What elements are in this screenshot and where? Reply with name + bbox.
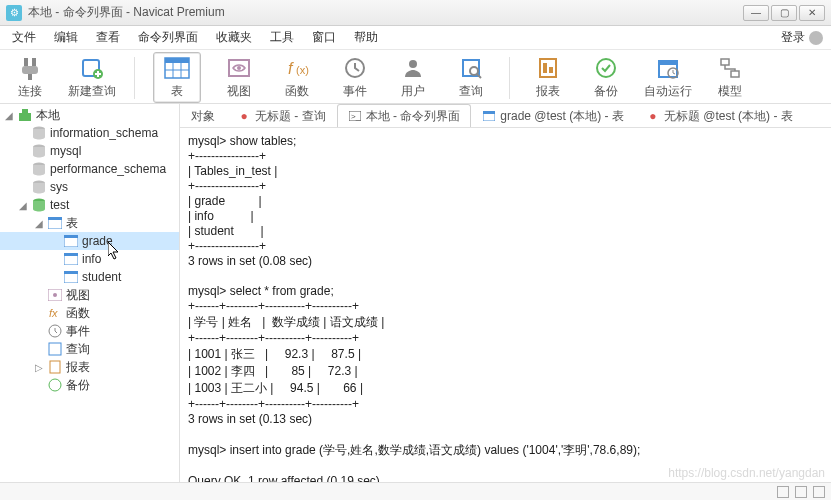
svg-rect-20 xyxy=(540,59,556,77)
svg-text:>_: >_ xyxy=(351,112,361,121)
dirty-dot-icon: ● xyxy=(646,109,660,123)
svg-rect-43 xyxy=(64,271,78,274)
report-icon xyxy=(47,360,63,374)
model-icon xyxy=(717,55,743,81)
toolbar-view[interactable]: 视图 xyxy=(219,55,259,100)
backup-icon xyxy=(47,378,63,392)
close-button[interactable]: ✕ xyxy=(799,5,825,21)
tree-table-student[interactable]: student xyxy=(0,268,179,286)
svg-point-16 xyxy=(409,60,417,68)
mysql-console[interactable]: mysql> show tables; +----------------+ |… xyxy=(180,128,831,482)
tree-db[interactable]: sys xyxy=(0,178,179,196)
toolbar-new-query[interactable]: 新建查询 xyxy=(68,55,116,100)
tree-views[interactable]: 视图 xyxy=(0,286,179,304)
toolbar-event[interactable]: 事件 xyxy=(335,55,375,100)
menu-bar: 文件 编辑 查看 命令列界面 收藏夹 工具 窗口 帮助 登录 xyxy=(0,26,831,50)
svg-rect-48 xyxy=(49,343,61,355)
svg-rect-0 xyxy=(24,58,28,66)
toolbar-event-label: 事件 xyxy=(343,83,367,100)
database-icon xyxy=(31,180,47,194)
menu-file[interactable]: 文件 xyxy=(8,27,40,48)
menu-tools[interactable]: 工具 xyxy=(266,27,298,48)
tree-queries[interactable]: 查询 xyxy=(0,340,179,358)
toolbar-model[interactable]: 模型 xyxy=(710,55,750,100)
tree-events[interactable]: 事件 xyxy=(0,322,179,340)
toolbar-table[interactable]: 表 xyxy=(153,52,201,103)
connection-icon xyxy=(17,108,33,122)
tree-db[interactable]: mysql xyxy=(0,142,179,160)
toolbar-connect[interactable]: 连接 xyxy=(10,55,50,100)
clock-icon xyxy=(342,55,368,81)
menu-window[interactable]: 窗口 xyxy=(308,27,340,48)
menu-help[interactable]: 帮助 xyxy=(350,27,382,48)
svg-rect-21 xyxy=(543,63,547,73)
toolbar-model-label: 模型 xyxy=(718,83,742,100)
toolbar-query[interactable]: 查询 xyxy=(451,55,491,100)
svg-rect-2 xyxy=(22,66,38,74)
toolbar-report[interactable]: 报表 xyxy=(528,55,568,100)
tree-table-info[interactable]: info xyxy=(0,250,179,268)
query-icon xyxy=(458,55,484,81)
toolbar-connect-label: 连接 xyxy=(18,83,42,100)
query-icon xyxy=(47,342,63,356)
tree-tables-folder[interactable]: ◢表 xyxy=(0,214,179,232)
toolbar-autorun[interactable]: 自动运行 xyxy=(644,55,692,100)
tree-functions[interactable]: fx函数 xyxy=(0,304,179,322)
tab-cli[interactable]: >_本地 - 命令列界面 xyxy=(337,104,472,127)
tree-db[interactable]: performance_schema xyxy=(0,160,179,178)
main-area: 对象 ●无标题 - 查询 >_本地 - 命令列界面 grade @test (本… xyxy=(180,104,831,482)
login-button[interactable]: 登录 xyxy=(781,29,823,46)
tree-connection[interactable]: ◢本地 xyxy=(0,106,179,124)
menu-cli[interactable]: 命令列界面 xyxy=(134,27,202,48)
toolbar-user[interactable]: 用户 xyxy=(393,55,433,100)
menu-view[interactable]: 查看 xyxy=(92,27,124,48)
svg-point-18 xyxy=(470,67,478,75)
minimize-button[interactable]: — xyxy=(743,5,769,21)
tab-objects[interactable]: 对象 xyxy=(180,104,226,127)
toolbar-query-label: 查询 xyxy=(459,83,483,100)
tree-db-open[interactable]: ◢test xyxy=(0,196,179,214)
autorun-icon xyxy=(655,55,681,81)
svg-text:fx: fx xyxy=(49,307,58,319)
table-icon xyxy=(482,109,496,123)
menu-edit[interactable]: 编辑 xyxy=(50,27,82,48)
status-pane-toggle[interactable] xyxy=(777,486,789,498)
status-pane-toggle[interactable] xyxy=(813,486,825,498)
tab-query-untitled[interactable]: ●无标题 - 查询 xyxy=(226,104,337,127)
svg-rect-27 xyxy=(721,59,729,65)
login-label: 登录 xyxy=(781,29,805,46)
tree-backups[interactable]: 备份 xyxy=(0,376,179,394)
table-icon xyxy=(63,270,79,284)
backup-icon xyxy=(593,55,619,81)
tree-table-grade[interactable]: grade xyxy=(0,232,179,250)
database-icon xyxy=(31,126,47,140)
app-icon: ⚙ xyxy=(6,5,22,21)
connection-tree[interactable]: ◢本地 information_schema mysql performance… xyxy=(0,104,180,482)
toolbar-backup[interactable]: 备份 xyxy=(586,55,626,100)
menu-favorites[interactable]: 收藏夹 xyxy=(212,27,256,48)
plug-icon xyxy=(17,55,43,81)
view-icon xyxy=(47,288,63,302)
tab-untitled-table[interactable]: ●无标题 @test (本地) - 表 xyxy=(635,104,804,127)
report-icon xyxy=(535,55,561,81)
status-bar xyxy=(0,482,831,500)
tree-reports[interactable]: ▷报表 xyxy=(0,358,179,376)
window-title: 本地 - 命令列界面 - Navicat Premium xyxy=(28,4,743,21)
maximize-button[interactable]: ▢ xyxy=(771,5,797,21)
toolbar-function[interactable]: f(x) 函数 xyxy=(277,55,317,100)
toolbar-table-label: 表 xyxy=(171,83,183,100)
table-icon xyxy=(63,234,79,248)
svg-rect-7 xyxy=(165,58,189,63)
svg-rect-3 xyxy=(28,74,32,80)
toolbar-function-label: 函数 xyxy=(285,83,309,100)
svg-rect-22 xyxy=(549,67,553,73)
svg-rect-1 xyxy=(32,58,36,66)
database-icon xyxy=(31,198,47,212)
tab-grade-table[interactable]: grade @test (本地) - 表 xyxy=(471,104,635,127)
status-pane-toggle[interactable] xyxy=(795,486,807,498)
user-icon xyxy=(400,55,426,81)
tree-db[interactable]: information_schema xyxy=(0,124,179,142)
tree-connection-label: 本地 xyxy=(36,107,60,124)
tab-strip: 对象 ●无标题 - 查询 >_本地 - 命令列界面 grade @test (本… xyxy=(180,104,831,128)
toolbar-new-query-label: 新建查询 xyxy=(68,83,116,100)
